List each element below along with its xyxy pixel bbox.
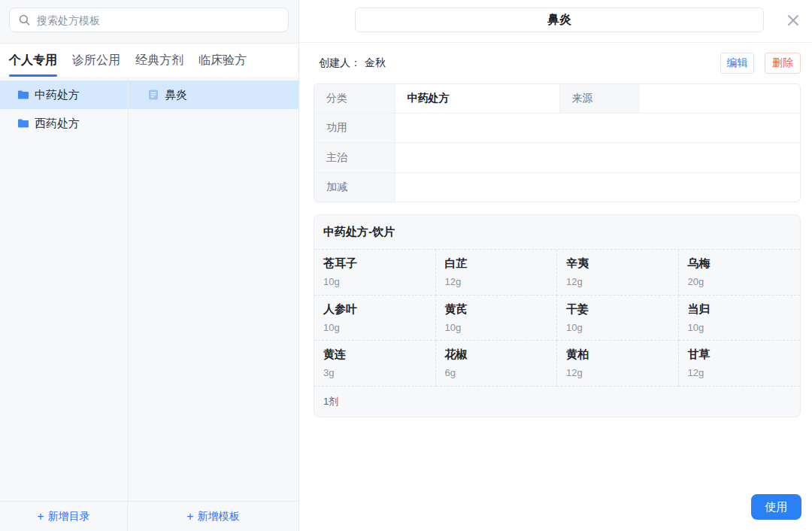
table-row: 加减 xyxy=(314,173,800,202)
template-detail-panel: 鼻炎 创建人： 金秋 编辑 删除 分类 中药处方 来源 功用 xyxy=(299,0,812,531)
herb-item: 花椒6g xyxy=(436,341,558,387)
herb-item: 干姜10g xyxy=(557,296,679,341)
herb-item: 白芷12g xyxy=(436,250,558,296)
cell-modification-label: 加减 xyxy=(314,173,395,202)
herb-dose: 12g xyxy=(688,367,801,378)
cell-category-value: 中药处方 xyxy=(395,84,559,113)
plus-icon: + xyxy=(186,511,193,523)
prescription-card-title: 中药处方-饮片 xyxy=(314,215,800,249)
herb-item: 甘草12g xyxy=(679,341,801,387)
creator-label: 创建人： xyxy=(319,56,361,70)
add-template-button[interactable]: + 新增模板 xyxy=(128,502,298,531)
herb-dose: 12g xyxy=(445,276,557,287)
folder-item-xiyao[interactable]: 西药处方 xyxy=(0,109,128,138)
prescription-card: 中药处方-饮片 苍耳子10g 白芷12g 辛夷12g 乌梅20g 人参叶10g … xyxy=(314,214,801,417)
herb-dose: 10g xyxy=(688,322,801,333)
tab-clinical[interactable]: 临床验方 xyxy=(198,44,247,77)
search-input[interactable] xyxy=(37,14,279,26)
herb-name: 苍耳子 xyxy=(323,256,435,271)
herb-dose: 6g xyxy=(445,367,557,378)
template-info-table: 分类 中药处方 来源 功用 主治 加减 xyxy=(314,83,801,202)
creator-info: 创建人： 金秋 xyxy=(319,53,386,74)
folder-icon xyxy=(18,119,29,128)
close-icon[interactable] xyxy=(786,14,800,27)
herb-dose: 10g xyxy=(323,276,435,287)
add-folder-label: 新增目录 xyxy=(48,510,90,523)
table-row: 分类 中药处方 来源 xyxy=(314,84,800,113)
folder-label: 西药处方 xyxy=(35,117,80,131)
herb-name: 干姜 xyxy=(566,302,678,317)
folder-label: 中药处方 xyxy=(35,88,80,102)
herb-item: 黄连3g xyxy=(314,341,436,387)
column-divider xyxy=(128,77,129,501)
header-divider xyxy=(299,42,812,43)
document-icon xyxy=(148,90,159,100)
herb-name: 当归 xyxy=(688,302,801,317)
search-box[interactable] xyxy=(9,8,289,32)
folder-list: 中药处方 西药处方 xyxy=(0,80,128,138)
herb-item: 苍耳子10g xyxy=(314,250,436,296)
cell-source-label: 来源 xyxy=(559,84,638,113)
herb-name: 辛夷 xyxy=(566,256,678,271)
table-row: 功用 xyxy=(314,113,800,143)
cell-function-value xyxy=(395,113,800,143)
cell-indication-value xyxy=(395,143,800,173)
herb-dose: 3g xyxy=(323,367,435,378)
herb-item: 辛夷12g xyxy=(557,250,679,296)
cell-indication-label: 主治 xyxy=(314,143,395,173)
search-icon xyxy=(19,14,30,26)
folder-item-zhongyao[interactable]: 中药处方 xyxy=(0,80,128,109)
herb-item: 当归10g xyxy=(679,296,801,341)
cell-function-label: 功用 xyxy=(314,113,395,143)
herb-name: 白芷 xyxy=(445,256,557,271)
herb-name: 乌梅 xyxy=(688,256,801,271)
add-template-label: 新增模板 xyxy=(198,510,240,523)
cell-modification-value xyxy=(395,173,800,202)
template-browser: 中药处方 西药处方 鼻炎 xyxy=(0,77,298,501)
tab-clinic[interactable]: 诊所公用 xyxy=(72,44,120,77)
herb-item: 黄芪10g xyxy=(436,296,558,341)
template-item-biyan[interactable]: 鼻炎 xyxy=(129,80,298,109)
herb-name: 人参叶 xyxy=(323,302,435,317)
template-title-field[interactable]: 鼻炎 xyxy=(355,8,764,32)
edit-button[interactable]: 编辑 xyxy=(720,53,754,74)
delete-button[interactable]: 删除 xyxy=(765,53,801,74)
herb-name: 甘草 xyxy=(688,347,801,362)
herb-name: 黄连 xyxy=(323,347,435,362)
herb-item: 人参叶10g xyxy=(314,296,436,341)
herb-name: 黄柏 xyxy=(566,347,678,362)
herb-dose: 10g xyxy=(323,322,435,333)
herb-dose: 10g xyxy=(445,322,557,333)
table-row: 主治 xyxy=(314,143,800,173)
sidebar-footer: + 新增目录 + 新增模板 xyxy=(0,501,298,531)
prescription-template-window: 个人专用 诊所公用 经典方剂 临床验方 中药处方 西药处方 鼻炎 xyxy=(0,0,812,531)
creator-name: 金秋 xyxy=(365,56,386,70)
sidebar: 个人专用 诊所公用 经典方剂 临床验方 中药处方 西药处方 鼻炎 xyxy=(0,0,299,531)
folder-icon xyxy=(18,90,29,99)
tab-personal[interactable]: 个人专用 xyxy=(9,44,57,77)
use-button[interactable]: 使用 xyxy=(751,494,801,520)
herb-name: 花椒 xyxy=(445,347,557,362)
template-label: 鼻炎 xyxy=(165,88,187,102)
herb-dose: 12g xyxy=(566,276,678,287)
herb-grid: 苍耳子10g 白芷12g 辛夷12g 乌梅20g 人参叶10g 黄芪10g 干姜… xyxy=(314,249,800,387)
herb-item: 黄柏12g xyxy=(557,341,679,387)
herb-name: 黄芪 xyxy=(445,302,557,317)
herb-dose: 20g xyxy=(688,276,801,287)
cell-category-label: 分类 xyxy=(314,84,395,113)
plus-icon: + xyxy=(37,511,44,523)
add-folder-button[interactable]: + 新增目录 xyxy=(0,502,128,531)
cell-source-value xyxy=(638,84,800,113)
herb-item: 乌梅20g xyxy=(679,250,801,296)
herb-dose: 10g xyxy=(566,322,678,333)
herb-dose: 12g xyxy=(566,367,678,378)
dose-count: 1剂 xyxy=(314,387,800,417)
tab-bar: 个人专用 诊所公用 经典方剂 临床验方 xyxy=(0,43,298,77)
tab-classic[interactable]: 经典方剂 xyxy=(135,44,183,77)
template-list: 鼻炎 xyxy=(129,80,298,109)
